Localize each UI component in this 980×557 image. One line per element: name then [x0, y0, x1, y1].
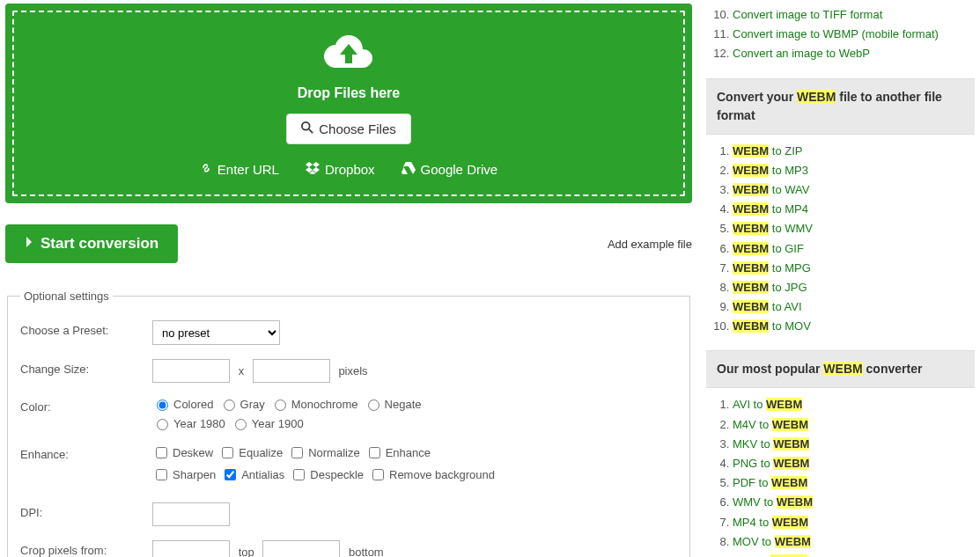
color-option-year-1900[interactable]: Year 1900 [231, 416, 304, 430]
crop-label: Crop pixels from: [20, 540, 152, 557]
section-header-convert: Convert your WEBM file to another file f… [706, 78, 975, 135]
list-item: WEBM to GIF [733, 241, 975, 257]
webm-to-mp3-link[interactable]: WEBM to MP3 [733, 164, 808, 177]
m4v-to-webm-link[interactable]: M4V to WEBM [733, 418, 808, 431]
png-to-webm-link[interactable]: PNG to WEBM [733, 457, 809, 470]
to-webm-list: AVI to WEBMM4V to WEBMMKV to WEBMPNG to … [706, 397, 975, 557]
avi-to-webm-link[interactable]: AVI to WEBM [733, 398, 802, 411]
webm-to-mp4-link[interactable]: WEBM to MP4 [733, 202, 808, 216]
enhance-option-despeckle[interactable]: Despeckle [290, 466, 364, 483]
start-conversion-button[interactable]: Start conversion [5, 224, 178, 263]
enhance-option-normalize[interactable]: Normalize [288, 444, 360, 461]
enhance-checkbox[interactable] [293, 469, 305, 480]
enhance-checkbox[interactable] [225, 469, 236, 480]
list-item: PNG to WEBM [733, 456, 975, 472]
file-dropzone[interactable]: Drop Files here Choose Files Enter URL [5, 4, 692, 203]
color-radio[interactable] [224, 399, 235, 411]
size-height-input[interactable] [253, 359, 330, 383]
color-option-colored[interactable]: Colored [152, 397, 214, 411]
svg-point-0 [302, 122, 310, 130]
dropbox-icon [306, 162, 320, 177]
pdf-to-webm-link[interactable]: PDF to WEBM [733, 476, 807, 489]
webm-to-wmv-link[interactable]: WEBM to WMV [733, 222, 813, 235]
color-option-year-1980[interactable]: Year 1980 [152, 416, 225, 430]
convert-link[interactable]: Convert image to TIFF format [733, 8, 882, 21]
enter-url-button[interactable]: Enter URL [200, 162, 279, 177]
webm-to-list: WEBM to ZIPWEBM to MP3WEBM to WAVWEBM to… [706, 143, 975, 335]
enhance-checkbox[interactable] [156, 469, 167, 480]
mkv-to-webm-link[interactable]: MKV to WEBM [733, 437, 809, 451]
enhance-checkbox[interactable] [372, 469, 384, 480]
chevron-right-icon [25, 235, 33, 253]
list-item: WEBM to MP4 [733, 202, 975, 217]
enhance-checkbox[interactable] [156, 447, 167, 458]
enhance-label: Enhance: [20, 444, 152, 461]
color-radio[interactable] [157, 419, 168, 430]
list-item: Convert image to WBMP (mobile format) [733, 26, 975, 42]
preset-select[interactable]: no preset [152, 320, 280, 345]
webm-to-wav-link[interactable]: WEBM to WAV [733, 183, 809, 196]
list-item: WEBM to WAV [733, 182, 975, 198]
preset-label: Choose a Preset: [20, 320, 152, 337]
list-item: MKV to WEBM [733, 436, 975, 452]
crop-bottom-input[interactable] [262, 540, 340, 557]
mov-to-webm-link[interactable]: MOV to WEBM [733, 535, 811, 548]
choose-files-button[interactable]: Choose Files [286, 114, 411, 144]
cloud-upload-icon [23, 32, 674, 77]
mp4-to-webm-link[interactable]: MP4 to WEBM [733, 516, 808, 529]
color-label: Color: [20, 397, 152, 414]
color-radio[interactable] [368, 399, 379, 411]
webm-to-gif-link[interactable]: WEBM to GIF [733, 242, 804, 255]
webm-to-avi-link[interactable]: WEBM to AVI [733, 300, 802, 313]
convert-link[interactable]: Convert an image to WebP [733, 47, 870, 60]
list-item: WEBM to MOV [733, 319, 975, 334]
top-links-list: Convert image to TIFF formatConvert imag… [706, 7, 975, 62]
list-item: WEBM to MPG [733, 260, 975, 276]
list-item: WEBM to WMV [733, 221, 975, 237]
webm-to-mpg-link[interactable]: WEBM to MPG [733, 261, 811, 275]
list-item: WEBM to AVI [733, 299, 975, 315]
webm-to-zip-link[interactable]: WEBM to ZIP [733, 144, 802, 158]
enhance-option-antialias[interactable]: Antialias [221, 466, 284, 483]
enhance-checkbox[interactable] [291, 447, 303, 458]
optional-settings: Optional settings Choose a Preset: no pr… [7, 289, 690, 557]
convert-link[interactable]: Convert image to WBMP (mobile format) [733, 27, 939, 40]
enhance-option-remove-background[interactable]: Remove background [369, 466, 495, 483]
dropbox-button[interactable]: Dropbox [306, 162, 375, 177]
enhance-option-deskew[interactable]: Deskew [152, 444, 213, 461]
google-drive-icon [402, 162, 416, 177]
list-item: WEBM to JPG [733, 280, 975, 296]
crop-top-input[interactable] [152, 540, 230, 557]
dpi-input[interactable] [152, 502, 230, 526]
list-item: PDF to WEBM [733, 475, 975, 491]
optional-settings-legend: Optional settings [20, 289, 113, 303]
google-drive-button[interactable]: Google Drive [402, 162, 498, 177]
webm-to-jpg-link[interactable]: WEBM to JPG [733, 281, 807, 294]
list-item: M4V to WEBM [733, 417, 975, 433]
size-width-input[interactable] [152, 359, 230, 383]
color-option-gray[interactable]: Gray [219, 397, 265, 411]
enhance-checkbox[interactable] [369, 447, 380, 458]
list-item: Convert image to TIFF format [733, 7, 975, 23]
list-item: JPG to WEBM [733, 553, 975, 557]
dpi-label: DPI: [20, 502, 152, 519]
add-example-file-link[interactable]: Add example file [608, 238, 692, 251]
color-radio[interactable] [157, 399, 168, 411]
size-label: Change Size: [20, 359, 152, 376]
wmv-to-webm-link[interactable]: WMV to WEBM [733, 495, 813, 509]
color-option-monochrome[interactable]: Monochrome [270, 397, 358, 411]
search-icon [301, 121, 313, 136]
list-item: Convert an image to WebP [733, 46, 975, 62]
enhance-checkbox[interactable] [222, 447, 233, 458]
enhance-option-enhance[interactable]: Enhance [365, 444, 431, 461]
section-header-popular: Our most popular WEBM converter [706, 350, 975, 388]
list-item: WMV to WEBM [733, 495, 975, 510]
enhance-option-sharpen[interactable]: Sharpen [152, 466, 216, 483]
color-radio[interactable] [275, 399, 286, 411]
svg-line-1 [309, 129, 313, 133]
color-option-negate[interactable]: Negate [364, 397, 422, 411]
color-radio[interactable] [235, 419, 247, 430]
drop-files-text: Drop Files here [23, 85, 674, 101]
webm-to-mov-link[interactable]: WEBM to MOV [733, 319, 811, 333]
enhance-option-equalize[interactable]: Equalize [218, 444, 283, 461]
